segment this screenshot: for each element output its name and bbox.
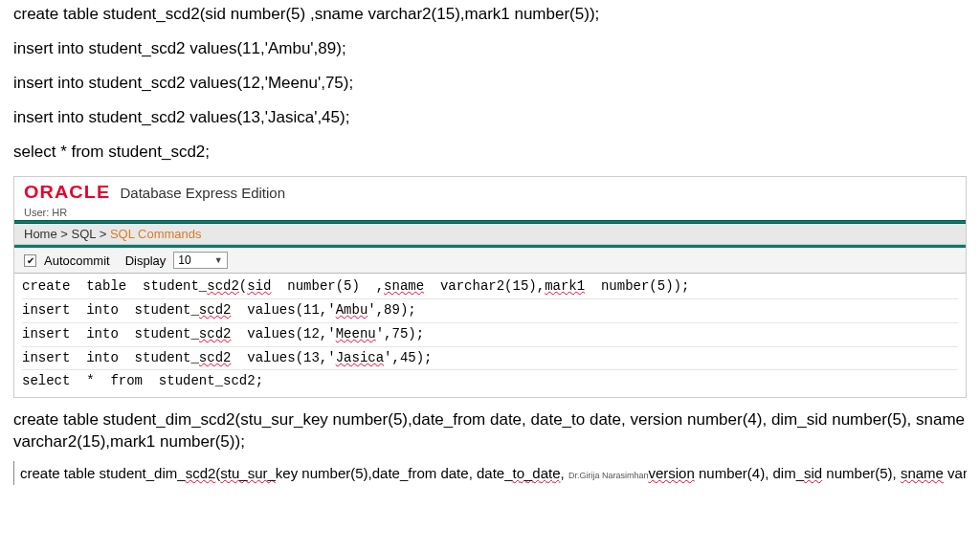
sql-line: select * from student_scd2; [13, 142, 967, 163]
check-icon: ✔ [27, 255, 34, 266]
editor-line: insert into student_scd2 values(11,'Ambu… [22, 299, 958, 323]
breadcrumb: Home > SQL > SQL Commands [14, 224, 966, 245]
display-value: 10 [178, 253, 190, 267]
sql-editor[interactable]: create table student_scd2(sid number(5) … [14, 274, 966, 396]
chevron-down-icon: ▼ [214, 255, 223, 265]
breadcrumb-sep: > [100, 227, 107, 241]
editor-line: insert into student_scd2 values(13,'Jasi… [22, 347, 958, 371]
editor-toolbar: ✔ Autocommit Display 10 ▼ [14, 248, 966, 274]
sql-line: insert into student_scd2 values(11,'Ambu… [13, 38, 967, 59]
sql-line: insert into student_scd2 values(13,'Jasi… [13, 107, 967, 128]
user-label: User: [24, 207, 49, 218]
sql-line: create table student_scd2(sid number(5) … [13, 4, 967, 25]
editor-line: select * from student_scd2; [22, 370, 958, 393]
display-select[interactable]: 10 ▼ [173, 252, 227, 269]
sql-statement-bottom: create table student_dim_scd2(stu_sur_ke… [0, 406, 980, 457]
breadcrumb-home[interactable]: Home [24, 227, 57, 241]
autocommit-checkbox[interactable]: ✔ [24, 254, 36, 267]
oracle-panel: ORACLE Database Express Edition User: HR… [13, 176, 967, 397]
breadcrumb-sql[interactable]: SQL [72, 227, 97, 241]
user-line: User: HR [14, 205, 966, 220]
user-name: HR [52, 207, 67, 218]
sql-statements-top: create table student_scd2(sid number(5) … [0, 0, 980, 170]
editor-line: create table student_scd2(sid number(5) … [22, 276, 958, 299]
oracle-header: ORACLE Database Express Edition [14, 177, 966, 205]
display-label: Display [125, 253, 167, 268]
oracle-logo: ORACLE [24, 183, 110, 203]
oracle-subtitle: Database Express Edition [120, 185, 285, 201]
sql-code-bottom: create table student_dim_scd2(stu_sur_ke… [13, 461, 967, 485]
autocommit-label: Autocommit [44, 253, 110, 268]
sql-line: insert into student_scd2 values(12,'Meen… [13, 73, 967, 94]
footer-credit: Dr.Girija Narasimhan [568, 471, 649, 480]
editor-line: insert into student_scd2 values(12,'Meen… [22, 323, 958, 347]
breadcrumb-sep: > [60, 227, 68, 241]
breadcrumb-current: SQL Commands [110, 227, 202, 241]
